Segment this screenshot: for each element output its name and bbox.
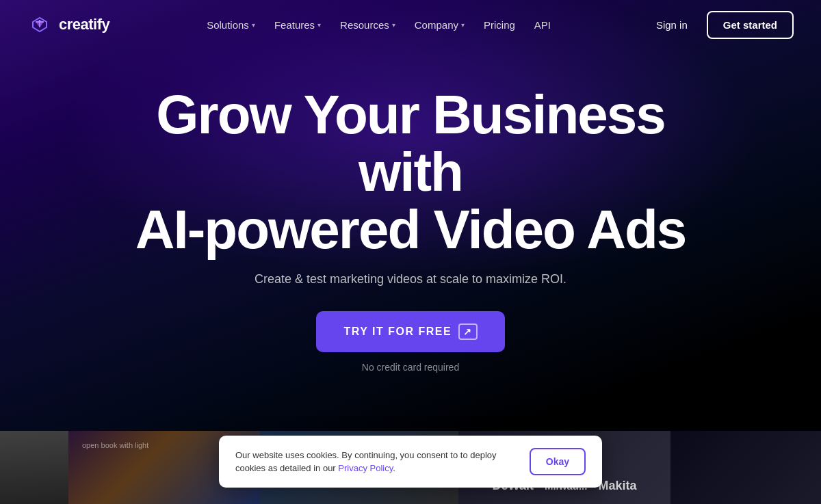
chevron-down-icon: ▾ (317, 21, 321, 29)
navbar: creatify Solutions ▾ Features ▾ Resource… (0, 0, 821, 49)
chevron-down-icon: ▾ (252, 21, 255, 29)
privacy-policy-link[interactable]: Privacy Policy (338, 463, 393, 473)
creatify-logo-icon (27, 12, 52, 37)
sign-in-button[interactable]: Sign in (648, 14, 696, 36)
logo[interactable]: creatify (27, 12, 109, 37)
nav-actions: Sign in Get started (648, 11, 794, 39)
logo-text: creatify (59, 16, 109, 34)
no-card-text: No credit card required (362, 362, 459, 373)
nav-item-solutions[interactable]: Solutions ▾ (198, 14, 263, 36)
chevron-down-icon: ▾ (392, 21, 395, 29)
arrow-icon: ↗ (458, 323, 478, 340)
nav-item-pricing[interactable]: Pricing (475, 14, 523, 36)
thumbnail-1 (0, 431, 68, 504)
nav-item-features[interactable]: Features ▾ (266, 14, 329, 36)
nav-item-resources[interactable]: Resources ▾ (332, 14, 404, 36)
okay-button[interactable]: Okay (530, 448, 586, 475)
hero-section: Grow Your Business with AI-powered Video… (0, 0, 821, 431)
get-started-button[interactable]: Get started (707, 11, 794, 39)
thumbnail-5 (670, 431, 821, 504)
nav-item-api[interactable]: API (526, 14, 559, 36)
hero-title: Grow Your Business with AI-powered Video… (103, 86, 718, 258)
chevron-down-icon: ▾ (461, 21, 465, 29)
hero-subtitle: Create & test marketing videos at scale … (255, 272, 566, 287)
cookie-banner: Our website uses cookies. By continuing,… (219, 436, 602, 488)
nav-links: Solutions ▾ Features ▾ Resources ▾ Compa… (198, 14, 559, 36)
cookie-text: Our website uses cookies. By continuing,… (235, 449, 502, 475)
nav-item-company[interactable]: Company ▾ (406, 14, 473, 36)
try-it-free-button[interactable]: TRY IT FOR FREE ↗ (316, 311, 504, 352)
